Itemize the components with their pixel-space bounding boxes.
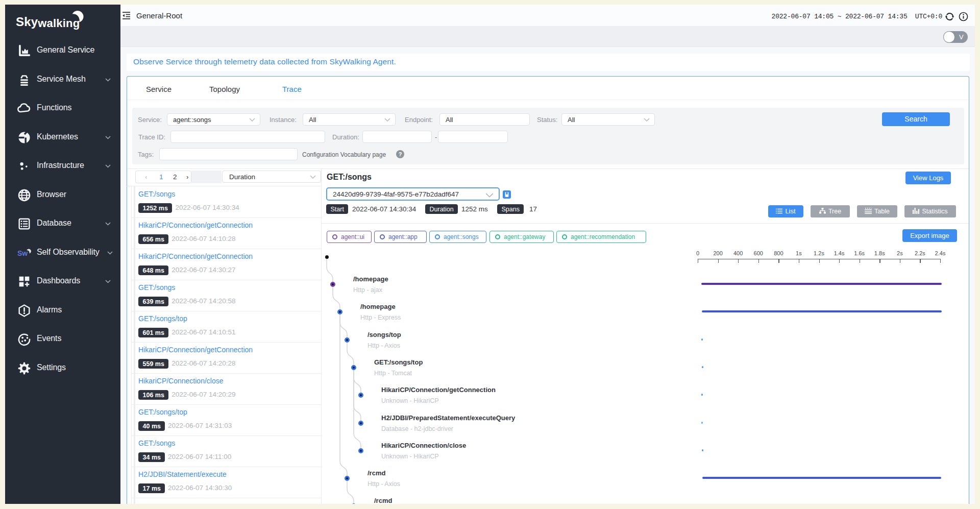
svg-text:Sw: Sw [17, 249, 28, 257]
